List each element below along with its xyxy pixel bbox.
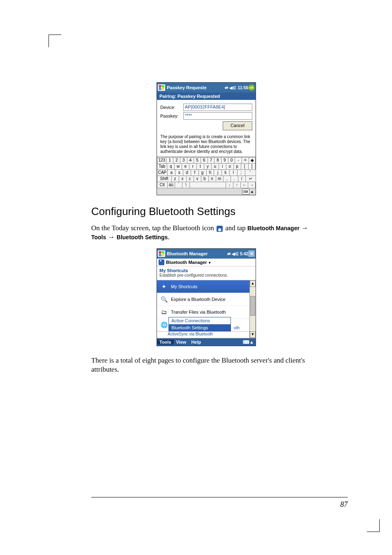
passkey-input[interactable]: **** [183,112,252,120]
section-heading: Configuring Bluetooth Settings [91,205,321,218]
start-flag-icon[interactable] [158,250,165,257]
osk-row-1: 123 1 2 3 4 5 6 7 8 9 0 - = ◆ [157,157,256,163]
list-item-partial[interactable]: ActiveSync via Bluetooth [157,331,250,337]
tools-menu-popup: Active Connections Bluetooth Settings ot… [168,317,231,331]
on-screen-keyboard[interactable]: 123 1 2 3 4 5 6 7 8 9 0 - = ◆ Tab q w e … [157,157,256,195]
osk-row-4: Shift z x c v b n m , . / ↵ [157,176,256,182]
keyboard-toggle-icon[interactable]: ⌨ [242,189,249,194]
explore-icon: 🔍 [159,295,168,303]
crop-mark-br [367,519,380,532]
my-shortcuts-sub: Establish pre-configured connections. [157,273,256,280]
titlebar: Passkey Requeste ⇄ ◀∈ 11:56 ok [157,83,256,92]
scroll-thumb[interactable] [250,296,255,316]
dialup-icon: 🌐 [159,321,168,329]
sip-toggle[interactable]: ⌨▲ [240,340,256,345]
menu-tools[interactable]: Tools [157,340,174,345]
bluetooth-icon [159,259,164,265]
scrollbar[interactable]: ▲ ▼ [249,280,256,338]
device-label: Device: [160,105,183,110]
screenshot-bluetooth-manager: Bluetooth Manager ⇄ ◀∈ 5:42 ✕ Bluetooth … [157,248,256,346]
my-shortcuts-header: My Shortcuts [157,266,256,273]
form-area: Device: AP[00032FFFA8E4] Passkey: **** C… [157,100,256,134]
speaker-icon[interactable]: ◀∈ [232,252,239,256]
menu-item-active-connections[interactable]: Active Connections [169,317,231,324]
ok-button[interactable]: ok [248,84,255,91]
list-item-partial-label: oth [234,326,240,330]
shortcut-list: ✦ My Shortcuts 🔍 Explore a Bluetooth Dev… [157,280,256,338]
bt-manager-label: Bluetooth Manager [166,260,211,265]
titlebar: Bluetooth Manager ⇄ ◀∈ 5:42 ✕ [157,249,256,259]
passkey-label: Passkey: [160,113,183,118]
close-button[interactable]: ✕ [248,250,255,257]
list-item[interactable]: 🔍 Explore a Bluetooth Device [157,293,250,306]
arrow-icon: → [301,224,308,232]
start-flag-icon[interactable] [158,84,165,91]
page-number: 87 [340,500,348,509]
page-content: Passkey Requeste ⇄ ◀∈ 11:56 ok Pairing: … [91,82,321,381]
osk-row-3: CAP a s d f g h j k l ; ' [157,169,256,176]
list-item[interactable]: ✦ My Shortcuts [157,280,250,293]
scroll-up-icon[interactable]: ▲ [250,280,256,287]
clock: 5:42 [240,252,248,256]
clock: 11:56 [238,86,248,90]
transfer-icon: 🗂 [159,308,168,316]
paragraph-2: There is a total of eight pages to confi… [91,356,321,374]
arrow-icon: → [108,233,115,241]
sip-arrow-icon[interactable]: ▲ [250,190,254,194]
cancel-button[interactable]: Cancel [223,121,252,130]
window-title: Bluetooth Manager [167,251,208,256]
footer-rule [91,497,348,497]
connectivity-icon[interactable]: ⇄ [227,252,231,256]
connectivity-icon[interactable]: ⇄ [225,86,228,90]
menu-help[interactable]: Help [189,340,203,345]
shortcuts-icon: ✦ [159,282,168,291]
speaker-icon[interactable]: ◀∈ [229,86,236,90]
scroll-down-icon[interactable]: ▼ [250,331,256,338]
screenshot-passkey-dialog: Passkey Requeste ⇄ ◀∈ 11:56 ok Pairing: … [157,82,256,195]
paragraph-1: On the Today screen, tap the Bluetooth i… [91,224,321,242]
window-title: Passkey Requeste [167,85,207,90]
pairing-description: The purpose of pairing is to create a co… [157,134,256,157]
status-icons: ⇄ ◀∈ 11:56 [225,86,248,90]
osk-row-2: Tab q w e r t y u i o p [ ] [157,163,256,169]
status-icons: ⇄ ◀∈ 5:42 [227,252,248,256]
crop-mark-tl [48,35,61,47]
device-value: AP[00032FFFA8E4] [183,104,252,111]
bluetooth-icon [217,226,223,232]
sip-bar: ⌨ ▲ [157,188,256,195]
menu-item-bluetooth-settings[interactable]: Bluetooth Settings [169,324,231,331]
bt-manager-row[interactable]: Bluetooth Manager [157,259,256,266]
menu-bar: Tools View Help ⌨▲ [157,338,256,346]
dialog-header: Pairing: Passkey Requested [157,92,256,100]
menu-view[interactable]: View [174,340,189,345]
osk-row-5: Ctl áü ` \ ↓ ↑ ← → [157,182,256,188]
